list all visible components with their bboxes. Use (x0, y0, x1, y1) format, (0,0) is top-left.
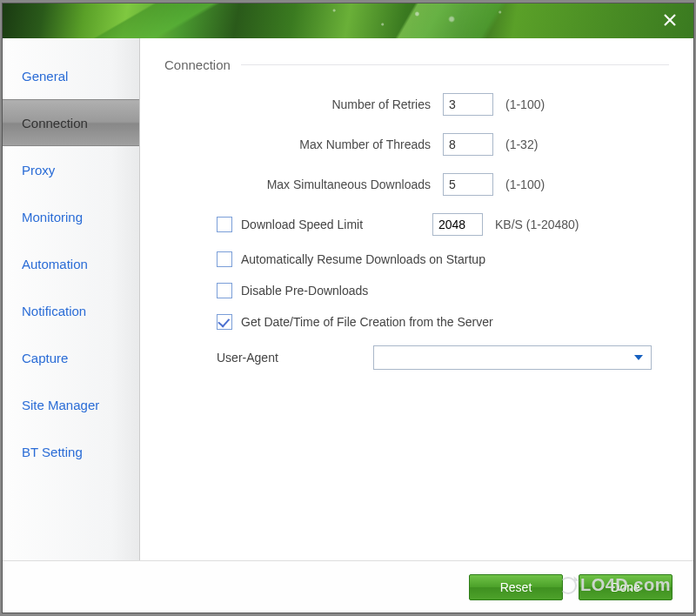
sidebar-item-connection[interactable]: Connection (3, 99, 139, 146)
threads-hint: (1-32) (505, 137, 538, 151)
retries-hint: (1-100) (505, 97, 545, 111)
settings-window: General Connection Proxy Monitoring Auto… (2, 3, 694, 613)
simul-input[interactable] (443, 173, 493, 196)
retries-input[interactable] (443, 93, 493, 116)
sidebar-item-label: Automation (22, 257, 88, 271)
speedlimit-checkbox[interactable] (217, 217, 232, 232)
section-divider (241, 64, 669, 65)
sidebar: General Connection Proxy Monitoring Auto… (3, 38, 140, 560)
getdate-checkbox[interactable] (217, 314, 232, 330)
sidebar-item-notification[interactable]: Notification (3, 287, 139, 334)
titlebar-bg (3, 3, 693, 38)
sidebar-item-general[interactable]: General (3, 52, 139, 99)
sidebar-item-label: Connection (22, 116, 88, 131)
footer: Reset Done LO4D.com (3, 560, 693, 613)
row-useragent: User-Agent (164, 345, 669, 370)
row-disablepre: Disable Pre-Downloads (164, 283, 669, 298)
sidebar-item-label: Monitoring (22, 210, 83, 224)
speedlimit-input[interactable] (432, 213, 483, 236)
simul-hint: (1-100) (505, 177, 545, 191)
sidebar-item-label: Site Manager (22, 398, 99, 412)
threads-label: Max Number of Threads (164, 137, 443, 151)
sidebar-item-capture[interactable]: Capture (3, 334, 139, 381)
sidebar-item-label: Proxy (22, 163, 55, 177)
done-button[interactable]: Done (579, 574, 673, 600)
sidebar-item-label: BT Setting (22, 445, 83, 459)
main-panel: Connection Number of Retries (1-100) Max… (140, 38, 693, 560)
threads-input[interactable] (443, 133, 493, 156)
sidebar-item-label: Capture (22, 351, 68, 365)
useragent-select[interactable] (373, 345, 652, 370)
disablepre-checkbox[interactable] (217, 283, 232, 298)
titlebar (3, 3, 693, 38)
useragent-label: User-Agent (217, 351, 373, 365)
sidebar-item-label: Notification (22, 304, 86, 318)
row-speedlimit: Download Speed Limit KB/S (1-20480) (164, 213, 669, 236)
close-icon (663, 13, 677, 27)
disablepre-label: Disable Pre-Downloads (241, 284, 368, 298)
reset-button[interactable]: Reset (469, 574, 563, 600)
autoresume-checkbox[interactable] (217, 251, 232, 267)
getdate-label: Get Date/Time of File Creation from the … (241, 315, 493, 329)
autoresume-label: Automatically Resume Downloads on Startu… (241, 252, 485, 266)
simul-label: Max Simultaneous Downloads (164, 177, 443, 191)
sidebar-item-site-manager[interactable]: Site Manager (3, 381, 139, 428)
sidebar-item-automation[interactable]: Automation (3, 240, 139, 287)
sidebar-item-proxy[interactable]: Proxy (3, 146, 139, 193)
sidebar-item-bt-setting[interactable]: BT Setting (3, 428, 139, 475)
row-retries: Number of Retries (1-100) (164, 93, 669, 116)
sidebar-item-monitoring[interactable]: Monitoring (3, 193, 139, 240)
sidebar-item-label: General (22, 69, 68, 84)
row-simul: Max Simultaneous Downloads (1-100) (164, 173, 669, 196)
speedlimit-hint: KB/S (1-20480) (495, 218, 579, 231)
close-button[interactable] (655, 7, 685, 33)
section-title: Connection (164, 57, 231, 72)
row-getdate: Get Date/Time of File Creation from the … (164, 314, 669, 330)
retries-label: Number of Retries (164, 97, 443, 111)
speedlimit-label: Download Speed Limit (241, 218, 432, 231)
chevron-down-icon (633, 353, 644, 362)
row-threads: Max Number of Threads (1-32) (164, 133, 669, 156)
row-autoresume: Automatically Resume Downloads on Startu… (164, 251, 669, 267)
